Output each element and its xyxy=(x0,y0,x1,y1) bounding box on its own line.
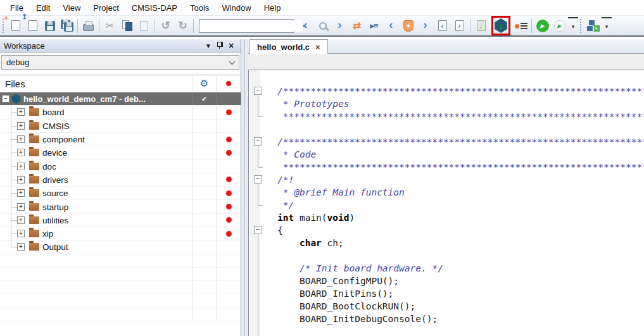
menu-window[interactable]: Window xyxy=(215,1,257,15)
code-area[interactable]: /***************************************… xyxy=(277,85,644,336)
modified-indicator xyxy=(226,204,232,209)
redo-button-icon[interactable]: ↻ xyxy=(174,17,191,34)
empty-row xyxy=(0,308,241,321)
expand-cmsis[interactable]: + xyxy=(17,122,25,130)
tree-row-startup[interactable]: +startup xyxy=(0,200,241,213)
expand-output[interactable]: + xyxy=(17,243,25,251)
tree-row-component[interactable]: +component xyxy=(0,133,241,146)
toolbar-grip-2[interactable] xyxy=(580,19,583,33)
expand-startup[interactable]: + xyxy=(17,203,25,211)
fold-collapse-icon[interactable]: − xyxy=(254,175,262,184)
expand-xip[interactable]: + xyxy=(17,230,25,237)
menu-cmsis-dap[interactable]: CMSIS-DAP xyxy=(125,1,184,15)
expand-component[interactable]: + xyxy=(17,135,25,143)
code-line: * @brief Main function xyxy=(277,186,644,199)
folder-icon xyxy=(29,122,39,130)
toggle-bookmark-button-icon[interactable]: + xyxy=(400,17,417,34)
folder-icon xyxy=(29,203,39,211)
empty-row xyxy=(0,281,241,294)
menu-edit[interactable]: Edit xyxy=(30,1,56,15)
tree-item-label: source xyxy=(42,189,68,198)
tree-item-label: board xyxy=(42,108,65,117)
code-line: * Code xyxy=(277,148,644,161)
code-line: /***************************************… xyxy=(277,85,644,97)
toolbar-separator xyxy=(531,19,532,33)
fold-collapse-icon[interactable]: − xyxy=(254,87,262,95)
files-tree-body: −hello_world_demo_cm7 - deb...✔+board+CM… xyxy=(0,92,241,321)
close-panel-icon[interactable]: × xyxy=(225,40,237,51)
cut-button-icon[interactable]: ✂ xyxy=(101,17,118,34)
tree-item-label: doc xyxy=(42,161,56,171)
toolbar-overflow-button-icon[interactable]: ▾ xyxy=(568,17,578,34)
code-line: ****************************************… xyxy=(277,110,644,123)
tree-item-label: startup xyxy=(42,202,68,211)
folder-icon xyxy=(29,163,39,170)
panel-splitter[interactable] xyxy=(241,39,248,336)
expand-device[interactable]: + xyxy=(17,149,25,156)
save-button-icon[interactable] xyxy=(41,17,58,34)
tab-hello-world-c[interactable]: hello_world.c × xyxy=(249,39,328,54)
expand-doc[interactable]: + xyxy=(17,163,25,170)
tab-close-icon[interactable]: × xyxy=(315,42,320,52)
menu-project[interactable]: Project xyxy=(87,1,125,15)
folder-icon xyxy=(29,135,39,143)
toolbar-separator xyxy=(99,19,99,33)
flash-build-button-icon[interactable]: + xyxy=(584,17,602,34)
breakpoint-gutter[interactable] xyxy=(250,70,260,336)
modified-indicator xyxy=(226,177,232,182)
tree-row-cmsis[interactable]: +CMSIS xyxy=(0,120,241,133)
next-bookmark-button-icon[interactable]: › xyxy=(417,17,434,34)
copy-button-icon[interactable] xyxy=(118,17,136,34)
tree-row-utilities[interactable]: +utilities xyxy=(0,214,241,227)
editor-header-band xyxy=(248,54,644,70)
find-previous-button-icon[interactable]: ‹ xyxy=(297,17,314,34)
jump-list-button-icon[interactable]: ▸≡ xyxy=(365,17,382,34)
print-button-icon[interactable] xyxy=(80,17,97,34)
annotation-highlight-box: ↓ xyxy=(491,16,510,35)
expand-utilities[interactable]: + xyxy=(17,216,25,224)
go-alt-button-icon[interactable]: ▶ xyxy=(551,17,568,34)
undo-button-icon[interactable]: ↺ xyxy=(157,17,174,34)
find-next-button-icon[interactable]: › xyxy=(331,17,348,34)
expand-source[interactable]: + xyxy=(17,189,25,197)
expand-board[interactable]: + xyxy=(17,108,25,116)
toolbar-overflow-button-2-icon[interactable]: ▾ xyxy=(602,17,612,34)
workspace-panel: Workspace ▼ × debug Files ⚙ −hello_world… xyxy=(0,39,241,326)
navigate-back-button-icon[interactable]: ‹ xyxy=(434,17,451,34)
navigate-forward-button-icon[interactable]: › xyxy=(451,17,468,34)
fold-collapse-icon[interactable]: − xyxy=(254,226,262,234)
paste-button-icon[interactable] xyxy=(136,17,153,34)
configuration-selector[interactable]: debug xyxy=(1,55,239,70)
pin-icon[interactable] xyxy=(214,41,225,50)
menu-help[interactable]: Help xyxy=(258,1,287,15)
project-row[interactable]: −hello_world_demo_cm7 - deb...✔ xyxy=(0,92,241,106)
fold-collapse-icon[interactable]: − xyxy=(254,137,262,146)
expand-drivers[interactable]: + xyxy=(17,176,25,184)
tree-row-source[interactable]: +source xyxy=(0,187,241,200)
project-expander[interactable]: − xyxy=(2,95,9,103)
tree-row-drivers[interactable]: +drivers xyxy=(0,173,241,187)
download-and-debug-button-icon[interactable]: ↓ xyxy=(489,16,512,36)
debug-without-downloading-button-icon[interactable] xyxy=(512,17,529,34)
tree-item-label: device xyxy=(42,148,67,158)
tree-row-device[interactable]: +device xyxy=(0,146,241,159)
tree-row-xip[interactable]: +xip xyxy=(0,227,241,240)
panel-menu-icon[interactable]: ▼ xyxy=(203,42,214,49)
menu-view[interactable]: View xyxy=(56,1,87,15)
modified-indicator xyxy=(226,190,232,196)
navigate-swap-button-icon[interactable]: ⇄ xyxy=(348,17,365,34)
tree-row-doc[interactable]: +doc xyxy=(0,159,241,173)
previous-bookmark-button-icon[interactable]: ‹ xyxy=(382,17,400,34)
find-button-icon[interactable] xyxy=(314,17,331,34)
search-input[interactable] xyxy=(199,20,303,32)
download-button-icon[interactable]: ↓ xyxy=(472,17,489,34)
search-combo[interactable]: ▾ xyxy=(199,19,294,33)
tree-row-output[interactable]: +Output xyxy=(0,240,241,254)
fold-corner xyxy=(258,205,263,206)
menu-tools[interactable]: Tools xyxy=(184,1,215,15)
save-all-button-icon[interactable] xyxy=(58,17,75,34)
open-file-button-icon[interactable]: ↥ xyxy=(24,17,41,34)
project-name: hello_world_demo_cm7 - deb... xyxy=(23,94,146,104)
go-button-icon[interactable]: ▶ xyxy=(534,17,551,34)
tree-row-board[interactable]: +board xyxy=(0,106,241,119)
